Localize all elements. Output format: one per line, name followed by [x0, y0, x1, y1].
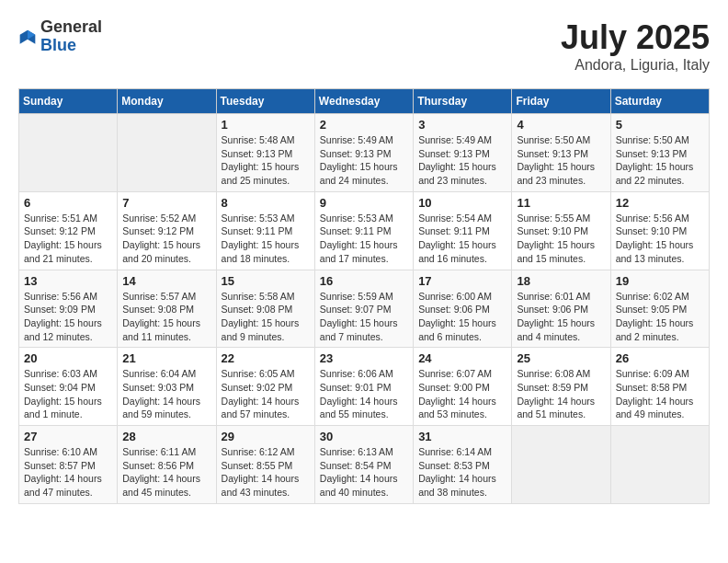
day-info: Sunrise: 5:59 AM Sunset: 9:07 PM Dayligh…: [320, 290, 408, 344]
day-number: 3: [418, 118, 506, 132]
day-number: 27: [24, 430, 112, 443]
calendar-cell: 10Sunrise: 5:54 AM Sunset: 9:11 PM Dayli…: [414, 191, 512, 270]
column-header-wednesday: Wednesday: [314, 89, 413, 114]
day-info: Sunrise: 5:49 AM Sunset: 9:13 PM Dayligh…: [320, 133, 408, 188]
day-number: 5: [616, 118, 704, 132]
calendar-cell: 15Sunrise: 5:58 AM Sunset: 9:08 PM Dayli…: [216, 270, 314, 348]
day-number: 29: [222, 430, 310, 443]
calendar-cell: 14Sunrise: 5:57 AM Sunset: 9:08 PM Dayli…: [118, 270, 216, 348]
calendar-cell: 29Sunrise: 6:12 AM Sunset: 8:55 PM Dayli…: [216, 426, 314, 504]
day-number: 19: [616, 274, 704, 288]
calendar-cell: 22Sunrise: 6:05 AM Sunset: 9:02 PM Dayli…: [216, 348, 314, 426]
calendar-cell: 16Sunrise: 5:59 AM Sunset: 9:07 PM Dayli…: [314, 270, 413, 348]
title-block: July 2025 Andora, Liguria, Italy: [561, 18, 710, 74]
calendar-table: SundayMondayTuesdayWednesdayThursdayFrid…: [18, 88, 710, 504]
calendar-cell: 19Sunrise: 6:02 AM Sunset: 9:05 PM Dayli…: [610, 270, 709, 348]
logo-general-text: General: [40, 18, 102, 37]
day-number: 10: [418, 196, 506, 210]
day-info: Sunrise: 5:50 AM Sunset: 9:13 PM Dayligh…: [616, 133, 704, 188]
day-number: 4: [517, 118, 605, 132]
day-info: Sunrise: 6:12 AM Sunset: 8:55 PM Dayligh…: [222, 445, 310, 500]
day-number: 14: [122, 274, 210, 288]
calendar-week-row: 27Sunrise: 6:10 AM Sunset: 8:57 PM Dayli…: [19, 426, 710, 504]
day-number: 23: [320, 351, 408, 365]
day-info: Sunrise: 5:49 AM Sunset: 9:13 PM Dayligh…: [418, 133, 506, 188]
calendar-cell: 5Sunrise: 5:50 AM Sunset: 9:13 PM Daylig…: [610, 114, 709, 192]
day-number: 28: [122, 430, 210, 443]
calendar-cell: 3Sunrise: 5:49 AM Sunset: 9:13 PM Daylig…: [414, 114, 512, 192]
day-info: Sunrise: 5:57 AM Sunset: 9:08 PM Dayligh…: [122, 290, 210, 344]
calendar-cell: 7Sunrise: 5:52 AM Sunset: 9:12 PM Daylig…: [118, 191, 216, 270]
calendar-cell: 31Sunrise: 6:14 AM Sunset: 8:53 PM Dayli…: [414, 426, 512, 504]
day-info: Sunrise: 5:55 AM Sunset: 9:10 PM Dayligh…: [517, 212, 605, 266]
page-header: General Blue July 2025 Andora, Liguria, …: [18, 18, 710, 74]
calendar-cell: 17Sunrise: 6:00 AM Sunset: 9:06 PM Dayli…: [414, 270, 512, 348]
day-info: Sunrise: 5:48 AM Sunset: 9:13 PM Dayligh…: [222, 133, 310, 188]
day-number: 12: [616, 196, 704, 210]
day-info: Sunrise: 6:01 AM Sunset: 9:06 PM Dayligh…: [517, 290, 605, 344]
day-info: Sunrise: 5:53 AM Sunset: 9:11 PM Dayligh…: [320, 212, 408, 266]
column-header-monday: Monday: [118, 89, 216, 114]
day-info: Sunrise: 6:02 AM Sunset: 9:05 PM Dayligh…: [616, 290, 704, 344]
day-info: Sunrise: 6:06 AM Sunset: 9:01 PM Dayligh…: [320, 367, 408, 421]
day-info: Sunrise: 6:14 AM Sunset: 8:53 PM Dayligh…: [418, 445, 506, 500]
calendar-cell: 27Sunrise: 6:10 AM Sunset: 8:57 PM Dayli…: [19, 426, 118, 504]
column-header-sunday: Sunday: [19, 89, 118, 114]
day-info: Sunrise: 5:51 AM Sunset: 9:12 PM Dayligh…: [24, 212, 112, 266]
day-number: 26: [616, 351, 704, 365]
column-header-tuesday: Tuesday: [216, 89, 314, 114]
calendar-cell: 12Sunrise: 5:56 AM Sunset: 9:10 PM Dayli…: [610, 191, 709, 270]
day-info: Sunrise: 6:05 AM Sunset: 9:02 PM Dayligh…: [222, 367, 310, 421]
day-info: Sunrise: 5:56 AM Sunset: 9:09 PM Dayligh…: [24, 290, 112, 344]
day-info: Sunrise: 6:13 AM Sunset: 8:54 PM Dayligh…: [320, 445, 408, 500]
logo-text: General Blue: [40, 18, 102, 55]
location-subtitle: Andora, Liguria, Italy: [561, 57, 710, 74]
day-info: Sunrise: 6:04 AM Sunset: 9:03 PM Dayligh…: [122, 367, 210, 421]
day-number: 22: [222, 351, 310, 365]
day-info: Sunrise: 5:56 AM Sunset: 9:10 PM Dayligh…: [616, 212, 704, 266]
day-info: Sunrise: 5:54 AM Sunset: 9:11 PM Dayligh…: [418, 212, 506, 266]
calendar-cell: 25Sunrise: 6:08 AM Sunset: 8:59 PM Dayli…: [512, 348, 610, 426]
day-number: 15: [222, 274, 310, 288]
day-info: Sunrise: 6:08 AM Sunset: 8:59 PM Dayligh…: [517, 367, 605, 421]
calendar-cell: 8Sunrise: 5:53 AM Sunset: 9:11 PM Daylig…: [216, 191, 314, 270]
day-info: Sunrise: 5:58 AM Sunset: 9:08 PM Dayligh…: [222, 290, 310, 344]
day-info: Sunrise: 5:50 AM Sunset: 9:13 PM Dayligh…: [517, 133, 605, 188]
calendar-week-row: 1Sunrise: 5:48 AM Sunset: 9:13 PM Daylig…: [19, 114, 710, 192]
day-number: 21: [122, 351, 210, 365]
calendar-cell: 2Sunrise: 5:49 AM Sunset: 9:13 PM Daylig…: [314, 114, 413, 192]
day-number: 6: [24, 196, 112, 210]
calendar-cell: 20Sunrise: 6:03 AM Sunset: 9:04 PM Dayli…: [19, 348, 118, 426]
day-info: Sunrise: 6:07 AM Sunset: 9:00 PM Dayligh…: [418, 367, 506, 421]
calendar-cell: 4Sunrise: 5:50 AM Sunset: 9:13 PM Daylig…: [512, 114, 610, 192]
day-number: 17: [418, 274, 506, 288]
day-number: 13: [24, 274, 112, 288]
day-number: 1: [222, 118, 310, 132]
calendar-cell: 24Sunrise: 6:07 AM Sunset: 9:00 PM Dayli…: [414, 348, 512, 426]
calendar-cell: 13Sunrise: 5:56 AM Sunset: 9:09 PM Dayli…: [19, 270, 118, 348]
day-info: Sunrise: 6:10 AM Sunset: 8:57 PM Dayligh…: [24, 445, 112, 500]
calendar-cell: [118, 114, 216, 192]
day-info: Sunrise: 6:00 AM Sunset: 9:06 PM Dayligh…: [418, 290, 506, 344]
logo: General Blue: [18, 18, 102, 55]
day-info: Sunrise: 6:03 AM Sunset: 9:04 PM Dayligh…: [24, 367, 112, 421]
day-info: Sunrise: 5:52 AM Sunset: 9:12 PM Dayligh…: [122, 212, 210, 266]
calendar-cell: 6Sunrise: 5:51 AM Sunset: 9:12 PM Daylig…: [19, 191, 118, 270]
day-number: 25: [517, 351, 605, 365]
day-number: 20: [24, 351, 112, 365]
day-number: 9: [320, 196, 408, 210]
calendar-header-row: SundayMondayTuesdayWednesdayThursdayFrid…: [19, 89, 710, 114]
day-number: 7: [122, 196, 210, 210]
day-info: Sunrise: 6:09 AM Sunset: 8:58 PM Dayligh…: [616, 367, 704, 421]
day-number: 18: [517, 274, 605, 288]
calendar-cell: 11Sunrise: 5:55 AM Sunset: 9:10 PM Dayli…: [512, 191, 610, 270]
day-info: Sunrise: 6:11 AM Sunset: 8:56 PM Dayligh…: [122, 445, 210, 500]
column-header-friday: Friday: [512, 89, 610, 114]
day-number: 11: [517, 196, 605, 210]
day-number: 24: [418, 351, 506, 365]
logo-icon: [18, 29, 37, 47]
day-number: 8: [222, 196, 310, 210]
calendar-week-row: 13Sunrise: 5:56 AM Sunset: 9:09 PM Dayli…: [19, 270, 710, 348]
column-header-saturday: Saturday: [610, 89, 709, 114]
calendar-week-row: 6Sunrise: 5:51 AM Sunset: 9:12 PM Daylig…: [19, 191, 710, 270]
